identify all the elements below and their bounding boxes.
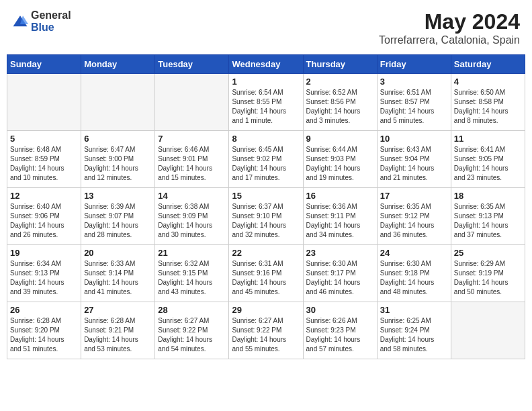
day-number: 27 [84,305,152,315]
day-number: 13 [84,191,152,201]
day-info: Sunrise: 6:51 AMSunset: 8:57 PMDaylight:… [380,88,448,126]
day-number: 14 [158,191,226,201]
day-number: 22 [232,248,300,258]
day-info: Sunrise: 6:29 AMSunset: 9:19 PMDaylight:… [454,259,522,297]
calendar-week-row: 26Sunrise: 6:28 AMSunset: 9:20 PMDayligh… [7,302,525,359]
weekday-header: Thursday [303,55,377,74]
day-info: Sunrise: 6:47 AMSunset: 9:00 PMDaylight:… [84,145,152,183]
calendar-table: SundayMondayTuesdayWednesdayThursdayFrid… [7,54,525,359]
day-info: Sunrise: 6:28 AMSunset: 9:21 PMDaylight:… [84,316,152,354]
day-number: 7 [158,134,226,144]
calendar-week-row: 5Sunrise: 6:48 AMSunset: 8:59 PMDaylight… [7,131,525,188]
day-number: 25 [454,248,522,258]
day-info: Sunrise: 6:43 AMSunset: 9:04 PMDaylight:… [380,145,448,183]
day-info: Sunrise: 6:35 AMSunset: 9:12 PMDaylight:… [380,202,448,240]
day-number: 21 [158,248,226,258]
logo: General Blue [12,9,71,33]
day-number: 6 [84,134,152,144]
day-info: Sunrise: 6:27 AMSunset: 9:22 PMDaylight:… [232,316,300,354]
calendar-day-cell: 27Sunrise: 6:28 AMSunset: 9:21 PMDayligh… [81,302,155,359]
day-info: Sunrise: 6:33 AMSunset: 9:14 PMDaylight:… [84,259,152,297]
calendar-day-cell: 2Sunrise: 6:52 AMSunset: 8:56 PMDaylight… [303,74,377,131]
calendar-day-cell: 30Sunrise: 6:26 AMSunset: 9:23 PMDayligh… [303,302,377,359]
calendar-day-cell: 13Sunrise: 6:39 AMSunset: 9:07 PMDayligh… [81,188,155,245]
day-number: 15 [232,191,300,201]
day-number: 28 [158,305,226,315]
calendar-day-cell: 29Sunrise: 6:27 AMSunset: 9:22 PMDayligh… [229,302,303,359]
calendar-day-cell: 9Sunrise: 6:44 AMSunset: 9:03 PMDaylight… [303,131,377,188]
calendar-day-cell [81,74,155,131]
day-info: Sunrise: 6:35 AMSunset: 9:13 PMDaylight:… [454,202,522,240]
month-title: May 2024 [379,9,520,34]
calendar-day-cell: 4Sunrise: 6:50 AMSunset: 8:58 PMDaylight… [451,74,525,131]
day-number: 10 [380,134,448,144]
day-info: Sunrise: 6:54 AMSunset: 8:55 PMDaylight:… [232,88,300,126]
day-number: 1 [232,77,300,87]
day-info: Sunrise: 6:38 AMSunset: 9:09 PMDaylight:… [158,202,226,240]
calendar-day-cell: 26Sunrise: 6:28 AMSunset: 9:20 PMDayligh… [7,302,81,359]
page-header: General Blue May 2024 Torrefarrera, Cata… [7,7,525,49]
calendar-day-cell: 5Sunrise: 6:48 AMSunset: 8:59 PMDaylight… [7,131,81,188]
calendar-day-cell: 6Sunrise: 6:47 AMSunset: 9:00 PMDaylight… [81,131,155,188]
weekday-header: Friday [377,55,451,74]
day-info: Sunrise: 6:28 AMSunset: 9:20 PMDaylight:… [10,316,78,354]
calendar-week-row: 12Sunrise: 6:40 AMSunset: 9:06 PMDayligh… [7,188,525,245]
day-info: Sunrise: 6:50 AMSunset: 8:58 PMDaylight:… [454,88,522,126]
day-info: Sunrise: 6:52 AMSunset: 8:56 PMDaylight:… [306,88,374,126]
day-number: 31 [380,305,448,315]
weekday-header: Sunday [7,55,81,74]
weekday-header: Tuesday [155,55,229,74]
calendar-day-cell: 18Sunrise: 6:35 AMSunset: 9:13 PMDayligh… [451,188,525,245]
calendar-day-cell: 21Sunrise: 6:32 AMSunset: 9:15 PMDayligh… [155,245,229,302]
day-info: Sunrise: 6:36 AMSunset: 9:11 PMDaylight:… [306,202,374,240]
day-info: Sunrise: 6:39 AMSunset: 9:07 PMDaylight:… [84,202,152,240]
logo-text: General Blue [31,9,71,33]
day-info: Sunrise: 6:34 AMSunset: 9:13 PMDaylight:… [10,259,78,297]
logo-icon [12,13,28,30]
calendar-day-cell: 23Sunrise: 6:30 AMSunset: 9:17 PMDayligh… [303,245,377,302]
day-info: Sunrise: 6:30 AMSunset: 9:17 PMDaylight:… [306,259,374,297]
calendar-day-cell: 11Sunrise: 6:41 AMSunset: 9:05 PMDayligh… [451,131,525,188]
weekday-header: Saturday [451,55,525,74]
day-info: Sunrise: 6:40 AMSunset: 9:06 PMDaylight:… [10,202,78,240]
day-info: Sunrise: 6:44 AMSunset: 9:03 PMDaylight:… [306,145,374,183]
day-number: 12 [10,191,78,201]
calendar-day-cell: 20Sunrise: 6:33 AMSunset: 9:14 PMDayligh… [81,245,155,302]
calendar-day-cell [451,302,525,359]
logo-general-text: General [31,9,71,21]
day-info: Sunrise: 6:26 AMSunset: 9:23 PMDaylight:… [306,316,374,354]
day-number: 4 [454,77,522,87]
calendar-day-cell: 19Sunrise: 6:34 AMSunset: 9:13 PMDayligh… [7,245,81,302]
calendar-day-cell: 8Sunrise: 6:45 AMSunset: 9:02 PMDaylight… [229,131,303,188]
day-info: Sunrise: 6:27 AMSunset: 9:22 PMDaylight:… [158,316,226,354]
day-number: 9 [306,134,374,144]
day-number: 2 [306,77,374,87]
logo-blue-text: Blue [31,21,71,34]
day-number: 29 [232,305,300,315]
calendar-day-cell [7,74,81,131]
weekday-header: Wednesday [229,55,303,74]
day-info: Sunrise: 6:30 AMSunset: 9:18 PMDaylight:… [380,259,448,297]
calendar-day-cell [155,74,229,131]
day-number: 18 [454,191,522,201]
calendar-day-cell: 1Sunrise: 6:54 AMSunset: 8:55 PMDaylight… [229,74,303,131]
day-info: Sunrise: 6:31 AMSunset: 9:16 PMDaylight:… [232,259,300,297]
calendar-day-cell: 14Sunrise: 6:38 AMSunset: 9:09 PMDayligh… [155,188,229,245]
day-number: 19 [10,248,78,258]
day-number: 5 [10,134,78,144]
calendar-week-row: 19Sunrise: 6:34 AMSunset: 9:13 PMDayligh… [7,245,525,302]
day-number: 3 [380,77,448,87]
day-number: 24 [380,248,448,258]
calendar-day-cell: 15Sunrise: 6:37 AMSunset: 9:10 PMDayligh… [229,188,303,245]
calendar-day-cell: 22Sunrise: 6:31 AMSunset: 9:16 PMDayligh… [229,245,303,302]
calendar-week-row: 1Sunrise: 6:54 AMSunset: 8:55 PMDaylight… [7,74,525,131]
day-number: 8 [232,134,300,144]
calendar-day-cell: 25Sunrise: 6:29 AMSunset: 9:19 PMDayligh… [451,245,525,302]
day-info: Sunrise: 6:37 AMSunset: 9:10 PMDaylight:… [232,202,300,240]
title-block: May 2024 Torrefarrera, Catalonia, Spain [379,9,520,46]
calendar-day-cell: 17Sunrise: 6:35 AMSunset: 9:12 PMDayligh… [377,188,451,245]
day-info: Sunrise: 6:48 AMSunset: 8:59 PMDaylight:… [10,145,78,183]
weekday-header-row: SundayMondayTuesdayWednesdayThursdayFrid… [7,55,525,74]
day-number: 30 [306,305,374,315]
calendar-day-cell: 10Sunrise: 6:43 AMSunset: 9:04 PMDayligh… [377,131,451,188]
